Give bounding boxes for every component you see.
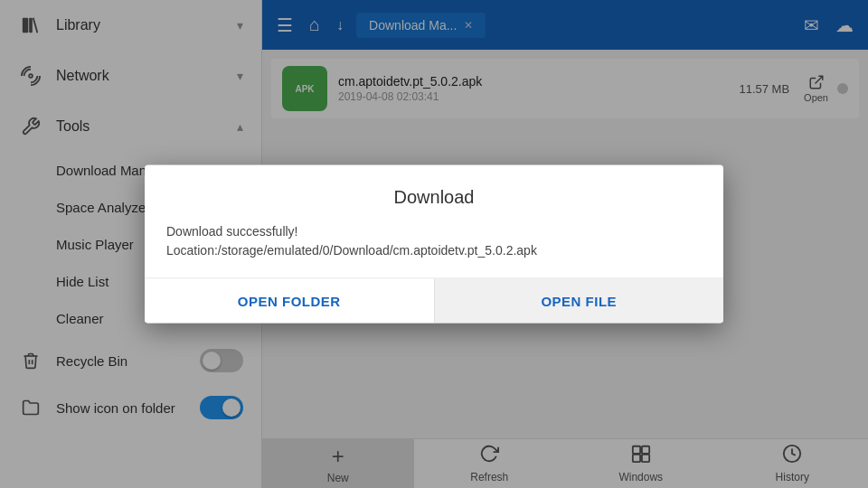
open-folder-button[interactable]: OPEN FOLDER bbox=[145, 279, 435, 324]
dialog-message-line1: Download successfully! bbox=[166, 222, 702, 241]
dialog-message-line2: Location:/storage/emulated/0/Download/cm… bbox=[166, 241, 702, 260]
dialog-body: Download successfully! Location:/storage… bbox=[145, 222, 723, 278]
dialog-title: Download bbox=[145, 165, 723, 222]
open-file-button[interactable]: OPEN FILE bbox=[435, 279, 724, 324]
dialog-buttons: OPEN FOLDER OPEN FILE bbox=[145, 278, 723, 324]
download-dialog: Download Download successfully! Location… bbox=[145, 165, 723, 324]
